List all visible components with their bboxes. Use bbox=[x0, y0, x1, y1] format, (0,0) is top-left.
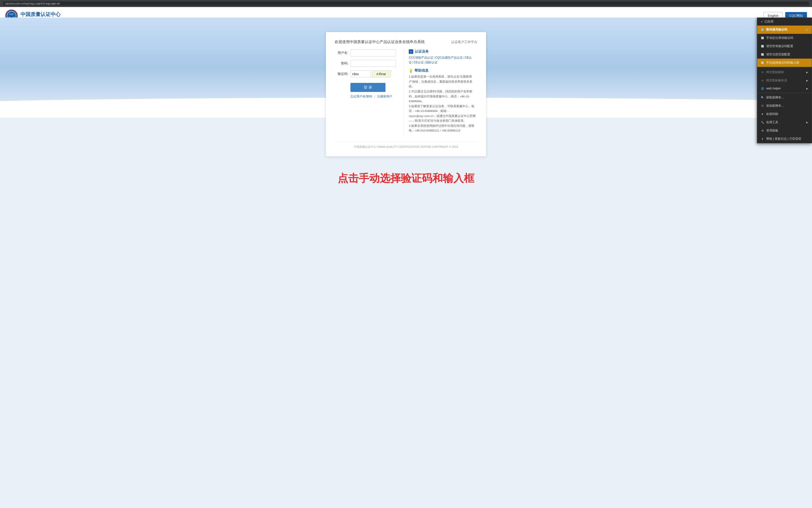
dropdown-item-manual-select[interactable]: 🔄 手动选择验证码和输入框 bbox=[757, 58, 812, 67]
forgot-link[interactable]: 忘记用户名/密码 bbox=[350, 95, 372, 98]
item-left: ⚙ 管理面板 bbox=[761, 128, 778, 133]
help-section: 💡 帮助信息 1.如果您是第一次使用系统，请先点击'注册新用户'按钮，注册成功后… bbox=[409, 69, 477, 133]
main-content: 欢迎使用中国质量认证中心产品认证业务在线申办系统 认证客户工作平台 用户名: 密… bbox=[0, 25, 812, 156]
web-helper-label: web helper bbox=[766, 87, 781, 90]
checkmark-icon: ✓ bbox=[761, 20, 763, 23]
help-icon: ℹ bbox=[761, 137, 764, 141]
cert-link-intl[interactable]: 国际认证 bbox=[426, 60, 437, 64]
captcha-input[interactable] bbox=[350, 71, 371, 77]
clear-page-icon: 🔄 bbox=[761, 53, 764, 56]
dropdown-item-welcome[interactable]: ♥ 欢迎码助 bbox=[757, 110, 812, 118]
login-form: 用户名: 密码: 验证码: r3νu 登 录 bbox=[335, 49, 396, 137]
help-item-3: 3.如果想了解更多认证业务，可联系客服中心，电话：+86-10-83886666… bbox=[409, 104, 477, 124]
dropdown-item-add-script[interactable]: ➕ 添加新脚本... bbox=[757, 102, 812, 110]
parse2-arrow: ▶ bbox=[806, 79, 808, 82]
add-script-icon: ➕ bbox=[761, 104, 764, 108]
item-left: 🔄 请空所有验证码配置 bbox=[761, 44, 793, 48]
cert-link-ce[interactable]: CE认证 bbox=[414, 60, 424, 64]
cert-link-ccc[interactable]: CCC强制产品认证 bbox=[409, 56, 433, 59]
card-title-main: 欢迎使用中国质量认证中心产品认证业务在线申办系统 bbox=[335, 40, 425, 44]
tools-arrow: ▶ bbox=[806, 121, 808, 124]
browser-bar: cqccms.com.cn/cqc/reg.LoginCtl.regLogin.… bbox=[0, 0, 812, 7]
item-left: ⚙ 网页图标解析器 bbox=[761, 78, 787, 83]
cert-link-cqc[interactable]: CQC自愿性产品认证 bbox=[435, 56, 463, 59]
parse-label: 网页图标解析 bbox=[766, 70, 784, 74]
help-item-4: 4.如果在系统使用操作过程中出现任何问题，请致电：+86-010-8388612… bbox=[409, 124, 477, 133]
captcha-image[interactable]: r3νu bbox=[372, 71, 391, 77]
manual-select-label: 手动选择验证码和输入框 bbox=[766, 60, 799, 65]
dropdown-item-tools[interactable]: 🔧 实用工具 ▶ bbox=[757, 118, 812, 127]
password-input[interactable] bbox=[350, 60, 396, 67]
login-button[interactable]: 登 录 bbox=[350, 83, 385, 92]
already-applied-label: 已应用 bbox=[764, 19, 773, 24]
parse-icon: ⚙ bbox=[761, 71, 764, 74]
help-text: 1.如果您是第一次使用系统，请先点击'注册新用户'按钮，注册成功后，重新返回登录… bbox=[409, 74, 477, 133]
footer-text: 中国质量认证中心 CHINA QUALITY CERTIFICATION CEN… bbox=[354, 145, 458, 148]
welcome-label: 欢迎码助 bbox=[766, 112, 778, 116]
web-helper-icon: 🌐 bbox=[761, 87, 764, 90]
item-left: ♥ 欢迎码助 bbox=[761, 112, 778, 116]
already-applied-item: ✓ 已应用 bbox=[757, 18, 812, 26]
tools-icon: 🔧 bbox=[761, 121, 764, 124]
section-header-left: 🔢 数码通用验证码 bbox=[761, 28, 787, 32]
parse2-label: 网页图标解析器 bbox=[766, 78, 787, 83]
get-script-label: 获取新脚本... bbox=[766, 95, 784, 100]
dropdown-item-help[interactable]: ℹ 帮助 | 更新日志 | ①②③④ bbox=[757, 135, 812, 143]
logo-cn: 中国质量认证中心 bbox=[20, 11, 74, 18]
add-script-label: 添加新脚本... bbox=[766, 104, 784, 108]
dropdown-item-admin[interactable]: ⚙ 管理面板 bbox=[757, 127, 812, 135]
dropdown-item-web-helper[interactable]: 🌐 web helper ▶ bbox=[757, 85, 812, 92]
register-link[interactable]: 注册新用户 bbox=[377, 95, 392, 98]
captcha-row: 验证码: r3νu bbox=[335, 71, 396, 77]
username-label: 用户名: bbox=[335, 51, 348, 55]
dropdown-item-get-script[interactable]: 🔍 获取新脚本... bbox=[757, 93, 812, 102]
clear-all-icon: 🔄 bbox=[761, 45, 764, 48]
dropdown-menu: ✓ 已应用 🔢 数码通用验证码 ▶ 🔄 手动定位滑动验证码 🔄 请空所有验证码配… bbox=[757, 17, 812, 143]
card-title-sub: 认证客户工作平台 bbox=[451, 40, 477, 44]
username-row: 用户名: bbox=[335, 49, 396, 56]
heart-icon: ♥ bbox=[761, 113, 764, 116]
parse2-icon: ⚙ bbox=[761, 79, 764, 82]
item-left: ℹ 帮助 | 更新日志 | ①②③④ bbox=[761, 137, 801, 141]
dropdown-item-manual-slide[interactable]: 🔄 手动定位滑动验证码 bbox=[757, 34, 812, 42]
card-footer: 中国质量认证中心 CHINA QUALITY CERTIFICATION CEN… bbox=[335, 142, 477, 149]
captcha-label: 验证码: bbox=[335, 72, 348, 76]
dropdown-item-parse[interactable]: ⚙ 网页图标解析 ▶ bbox=[757, 68, 812, 76]
help-title-text: 帮助信息 bbox=[415, 69, 429, 73]
dropdown-section-header[interactable]: 🔢 数码通用验证码 ▶ bbox=[757, 26, 812, 34]
item-left: 🔄 手动定位滑动验证码 bbox=[761, 36, 793, 40]
username-input[interactable] bbox=[350, 49, 396, 56]
help-label: 帮助 | 更新日志 | ①②③④ bbox=[766, 137, 801, 141]
bottom-instruction: 点击手动选择验证码和输入框 bbox=[0, 171, 812, 185]
manual-slide-label: 手动定位滑动验证码 bbox=[766, 36, 793, 40]
dropdown-item-clear-page[interactable]: 🔄 请空当前页面配置 bbox=[757, 50, 812, 58]
manual-select-icon: 🔄 bbox=[761, 61, 764, 65]
url-bar: cqccms.com.cn/cqc/reg.LoginCtl.regLogin.… bbox=[3, 1, 809, 5]
card-title: 欢迎使用中国质量认证中心产品认证业务在线申办系统 认证客户工作平台 bbox=[335, 40, 477, 44]
item-left: 🔄 手动选择验证码和输入框 bbox=[761, 60, 799, 65]
cert-title-text: 认证业务 bbox=[415, 49, 429, 54]
admin-label: 管理面板 bbox=[766, 128, 778, 133]
help-item-1: 1.如果您是第一次使用系统，请先点击'注册新用户'按钮，注册成功后，重新返回登录… bbox=[409, 74, 477, 89]
web-helper-arrow: ▶ bbox=[806, 87, 808, 90]
item-left: 🌐 web helper bbox=[761, 87, 781, 90]
help-title: 💡 帮助信息 bbox=[409, 69, 477, 73]
links-row: 忘记用户名/密码 | 注册新用户 bbox=[350, 94, 396, 99]
gear-icon: ⚙ bbox=[761, 129, 764, 132]
dropdown-item-clear-all[interactable]: 🔄 请空所有验证码配置 bbox=[757, 42, 812, 50]
section-header-label: 数码通用验证码 bbox=[766, 28, 787, 32]
search-icon: 🔍 bbox=[761, 96, 764, 99]
login-card: 欢迎使用中国质量认证中心产品认证业务在线申办系统 认证客户工作平台 用户名: 密… bbox=[326, 32, 486, 156]
item-left: 🔄 请空当前页面配置 bbox=[761, 52, 790, 56]
item-left: 🔧 实用工具 bbox=[761, 120, 778, 125]
tools-label: 实用工具 bbox=[766, 120, 778, 125]
cert-links: CCC强制产品认证|CQC自愿性产品认证|CB认证|CE认证|国际认证 bbox=[409, 55, 477, 65]
dropdown-item-parse2[interactable]: ⚙ 网页图标解析器 ▶ bbox=[757, 76, 812, 85]
card-body: 用户名: 密码: 验证码: r3νu 登 录 bbox=[335, 49, 477, 137]
captcha-group: r3νu bbox=[350, 71, 391, 77]
password-label: 密码: bbox=[335, 61, 348, 66]
dropdown-separator-2 bbox=[757, 93, 812, 93]
info-panel: ≡ 认证业务 CCC强制产品认证|CQC自愿性产品认证|CB认证|CE认证|国际… bbox=[403, 49, 477, 137]
help-item-2: 2.可以通过'忘记密码'功能，找回您的用户名和密码，如有疑问可致电查服中心，电话… bbox=[409, 89, 477, 104]
cert-title: ≡ 认证业务 bbox=[409, 49, 477, 54]
